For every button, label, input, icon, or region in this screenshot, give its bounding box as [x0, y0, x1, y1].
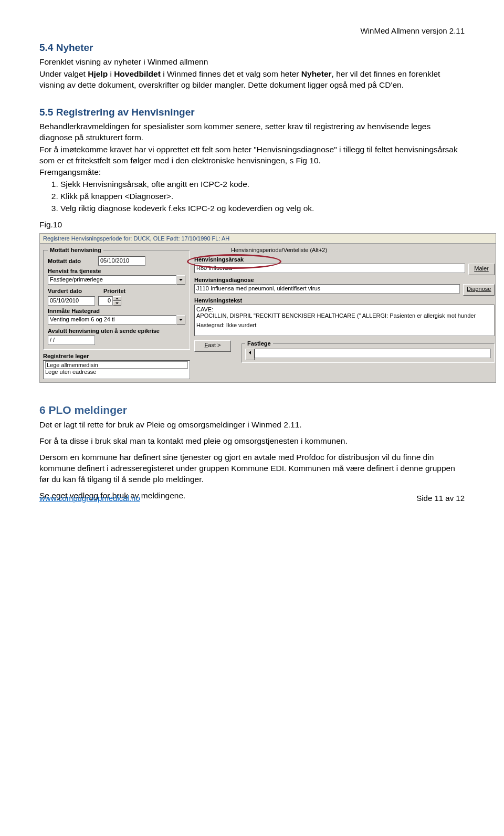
group-mottatt-henvisning: Mottatt henvisning Mottatt dato 05/10/20…	[43, 247, 190, 350]
button-maler[interactable]: Maler	[468, 264, 495, 275]
s6-p1: Det er lagt til rette for bruk av Pleie …	[39, 420, 465, 431]
button-diagnose[interactable]: Diagnose	[463, 284, 495, 296]
text-bold: Hjelp	[88, 69, 108, 78]
step-1: Sjekk Henvisningsårsak, ofte angitt en I…	[60, 179, 465, 190]
s54-p2: Under valget Hjelp i Hovedbildet i Winme…	[39, 69, 465, 91]
label-henvisningstekst: Henvisningstekst	[194, 297, 495, 304]
input-henvisningsarsak[interactable]: R80 Influensa	[194, 264, 465, 273]
text: i Winmed finnes det et valg som heter	[161, 69, 301, 78]
text: i	[108, 69, 114, 78]
input-avslutt-dato[interactable]: / /	[48, 336, 95, 345]
spinner-down-icon[interactable]	[113, 301, 121, 306]
fig-10-label: Fig.10	[39, 220, 465, 231]
list-item[interactable]: Lege uten eadresse	[45, 369, 188, 375]
input-vurdert-dato[interactable]: 05/10/2010	[48, 296, 95, 306]
label-avslutt: Avslutt henvisning uten å sende epikrise	[48, 328, 185, 335]
s55-p2: For å imøtekomme kravet har vi opprettet…	[39, 144, 465, 166]
chevron-down-icon[interactable]	[176, 275, 185, 285]
s55-p3: Fremgangsmåte:	[39, 167, 465, 178]
label-henvisningsdiagnose: Henvisningsdiagnose	[194, 277, 495, 283]
text: Hastegrad: Ikke vurdert	[196, 322, 492, 328]
text: Maler	[474, 265, 489, 271]
listbox-reg-leger[interactable]: Lege allmenmedisin Lege uten eadresse	[43, 360, 190, 379]
s6-p3: Dersom en kommune har definert sine tjen…	[39, 452, 465, 485]
step-2: Klikk på knappen <Diagnoser>.	[60, 191, 465, 202]
select-innmate[interactable]: Venting mellom 6 og 24 ti	[48, 315, 176, 325]
text-bold: Nyheter	[301, 69, 332, 78]
label-innmate: Innmåte Hastegrad	[48, 308, 185, 314]
heading-6: 6 PLO meldinger	[39, 404, 465, 416]
label-henvisningsarsak: Henvisningsårsak	[194, 256, 495, 263]
button-fast[interactable]: Fast >	[194, 340, 231, 352]
text: APOCILLIN, DISPRIL "RECKITT BENCKISER HE…	[196, 312, 492, 319]
list-item[interactable]: Lege allmenmedisin	[45, 361, 188, 369]
legend-fastlege: Fastlege	[245, 340, 273, 347]
label-vurdert-dato: Vurdert dato	[48, 288, 100, 294]
legend-mottatt: Mottatt henvisning	[48, 247, 103, 253]
tab-henvisningsperiode[interactable]: Henvisningsperiode/Venteliste (Alt+2)	[231, 247, 495, 253]
label-henvist-fra: Henvist fra tjeneste	[48, 268, 185, 274]
scroll-left-icon[interactable]	[245, 349, 255, 360]
label-mottatt-dato: Mottatt dato	[48, 258, 95, 264]
label-reg-leger: Registrerte leger	[43, 353, 190, 359]
step-list: Sjekk Henvisningsårsak, ofte angitt en I…	[60, 179, 465, 214]
label-prioritet: Prioritet	[103, 288, 125, 294]
select-henvist-fra[interactable]: Fastlege/primærlege	[48, 275, 176, 285]
s54-p1: Forenklet visning av nyheter i Winmed al…	[39, 57, 465, 68]
header-version: WinMed Allmenn versjon 2.11	[361, 26, 465, 35]
input-prioritet[interactable]: 0	[98, 296, 113, 306]
step-3: Velg riktig diagnose kodeverk f.eks ICPC…	[60, 203, 465, 214]
s55-p1: Behandlerkravmeldingen for spesialister …	[39, 121, 465, 143]
footer-page: Side 11 av 12	[416, 494, 465, 503]
screenshot-fig10: Registrere Henvisningsperiode for: DUCK,…	[39, 233, 496, 383]
footer-link[interactable]: www.compugroupmedical.no	[39, 494, 140, 503]
heading-5-4: 5.4 Nyheter	[39, 42, 465, 54]
chevron-down-icon[interactable]	[176, 315, 185, 325]
textarea-henvisningstekst[interactable]: CAVE: APOCILLIN, DISPRIL "RECKITT BENCKI…	[194, 305, 495, 336]
spinner-up-icon[interactable]	[113, 296, 121, 301]
text: Under valget	[39, 69, 88, 78]
footer: www.compugroupmedical.no Side 11 av 12	[39, 494, 465, 503]
text: Fast >	[205, 342, 221, 348]
input-mottatt-dato[interactable]: 05/10/2010	[98, 256, 145, 266]
heading-5-5: 5.5 Registrering av Henvisninger	[39, 107, 465, 118]
text: CAVE:	[196, 306, 492, 312]
group-fastlege: Fastlege	[242, 340, 495, 363]
text: Diagnose	[467, 286, 491, 292]
s6-p2: For å ta disse i bruk skal man ta kontak…	[39, 436, 465, 447]
input-henvisningsdiagnose[interactable]: J110 Influensa med pneumoni, uidentifise…	[194, 284, 460, 294]
text-bold: Hovedbildet	[114, 69, 161, 78]
window-title: Registrere Henvisningsperiode for: DUCK,…	[40, 234, 496, 244]
